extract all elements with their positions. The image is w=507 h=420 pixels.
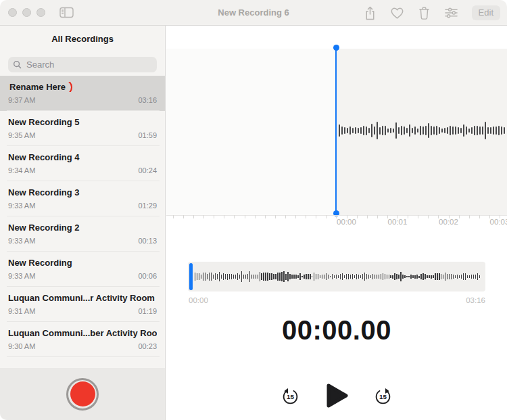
playhead[interactable] (335, 48, 337, 214)
recording-title: New Recording 4 (8, 152, 79, 162)
ruler-tick (285, 215, 286, 218)
ruler-tick (275, 215, 276, 218)
player-pane: 00:0000:0100:0200:03 00:00 03:16 00:00.0… (166, 26, 507, 420)
recording-duration: 00:06 (138, 272, 157, 280)
recording-time: 9:31 AM (8, 307, 35, 315)
trash-icon[interactable] (418, 5, 431, 20)
transport-controls: 15 15 (166, 380, 507, 411)
ruler-tick (357, 215, 358, 218)
timeline-label: 00:00 (337, 218, 356, 226)
ruler-tick (418, 215, 418, 218)
sidebar-footer (0, 368, 165, 420)
ruler-tick (479, 215, 480, 218)
ruler-tick (428, 215, 429, 218)
overview-end-label: 03:16 (466, 296, 485, 304)
ruler-tick (173, 215, 174, 218)
recording-row[interactable]: New Recording 29:33 AM00:13 (0, 216, 165, 252)
recording-duration: 00:13 (138, 237, 157, 245)
search-input[interactable] (25, 59, 152, 70)
recording-duration: 01:29 (138, 202, 157, 210)
overview-playhead[interactable] (189, 263, 193, 290)
overview-scrubber[interactable] (188, 262, 485, 291)
skip-back-15-label: 15 (287, 393, 294, 400)
recording-duration: 00:23 (138, 342, 157, 350)
timeline-label: 00:01 (388, 218, 408, 226)
recording-title: New Recording 5 (8, 117, 79, 127)
recording-duration: 03:16 (138, 96, 157, 104)
elapsed-time: 00:00.00 (166, 315, 507, 346)
ruler-tick (306, 215, 306, 218)
waveform-zoom-bars (339, 116, 507, 145)
recording-title: New Recording (8, 258, 72, 268)
ruler-tick (459, 215, 460, 218)
recording-time: 9:35 AM (8, 131, 35, 139)
ruler-tick (245, 215, 245, 218)
minimize-button[interactable] (22, 8, 31, 17)
ruler-tick (214, 215, 214, 218)
edit-button[interactable]: Edit (472, 5, 500, 20)
skip-forward-15-label: 15 (379, 393, 387, 400)
recording-time: 9:33 AM (8, 237, 35, 245)
timeline-label: 00:03 (490, 218, 507, 226)
playback-settings-icon[interactable] (444, 7, 458, 19)
recording-row[interactable]: Rename Here9:37 AM03:16 (0, 76, 165, 111)
voice-memos-window: New Recording 6 (0, 0, 507, 420)
recording-title: Luquan Communi...ber Activity Room (8, 328, 157, 338)
sidebar-toggle-icon[interactable] (59, 7, 74, 18)
recording-time: 9:37 AM (8, 96, 35, 104)
ruler-tick (377, 215, 378, 218)
recording-row[interactable]: Luquan Communi...ber Activity Room9:30 A… (0, 322, 165, 357)
recording-row[interactable]: New Recording 49:34 AM00:24 (0, 146, 165, 181)
playhead-top-dot[interactable] (333, 45, 339, 51)
play-button[interactable] (324, 381, 349, 410)
ruler-tick (193, 215, 194, 218)
share-icon[interactable] (364, 5, 377, 21)
search-field[interactable] (8, 57, 157, 72)
recording-duration: 01:59 (138, 131, 157, 139)
heart-icon[interactable] (390, 6, 404, 20)
recording-title: New Recording 2 (8, 223, 79, 233)
ruler-tick (316, 215, 316, 218)
ruler-tick (224, 215, 224, 218)
sidebar-title: All Recordings (0, 34, 165, 44)
overview-waveform (195, 264, 481, 289)
overview-start-label: 00:00 (189, 296, 208, 304)
zoom-button[interactable] (37, 8, 45, 17)
recording-row[interactable]: Luquan Communi...r Activity Room 29:31 A… (0, 287, 165, 322)
ruler-tick (326, 215, 327, 218)
recording-time: 9:34 AM (8, 166, 35, 174)
ruler-tick (295, 215, 296, 218)
recording-title: Rename Here (9, 82, 66, 92)
recording-duration: 00:24 (138, 166, 157, 174)
sidebar: All Recordings Rename Here9:37 AM03:16Ne… (0, 26, 166, 420)
skip-forward-15-button[interactable]: 15 (374, 387, 392, 405)
annotation-ring: Rename Here (8, 82, 72, 92)
skip-back-15-button[interactable]: 15 (281, 387, 299, 405)
recording-title: Luquan Communi...r Activity Room 2 (8, 293, 157, 303)
search-icon (13, 60, 22, 69)
recording-time: 9:33 AM (8, 272, 35, 280)
ruler-tick (255, 215, 256, 218)
timeline-label: 00:02 (439, 218, 458, 226)
recording-duration: 01:19 (138, 307, 157, 315)
titlebar-actions: Edit (364, 0, 500, 26)
ruler-tick (203, 215, 204, 218)
recording-row[interactable]: New Recording9:33 AM00:06 (0, 252, 165, 287)
titlebar: New Recording 6 (0, 0, 507, 26)
recording-row[interactable]: New Recording 39:33 AM01:29 (0, 181, 165, 216)
ruler-tick (265, 215, 266, 218)
recording-time: 9:30 AM (8, 342, 35, 350)
recording-row[interactable]: New Recording 59:35 AM01:59 (0, 111, 165, 146)
recording-time: 9:33 AM (8, 202, 35, 210)
ruler-tick (234, 215, 235, 218)
record-button[interactable] (66, 378, 99, 411)
traffic-lights (8, 8, 45, 17)
ruler-tick (469, 215, 470, 218)
ruler-tick (183, 215, 184, 218)
close-button[interactable] (8, 8, 17, 17)
ruler-tick (408, 215, 408, 218)
recordings-list: Rename Here9:37 AM03:16New Recording 59:… (0, 76, 165, 357)
ruler-tick (367, 215, 368, 218)
recording-title: New Recording 3 (8, 187, 79, 197)
record-dot-icon (70, 381, 95, 406)
